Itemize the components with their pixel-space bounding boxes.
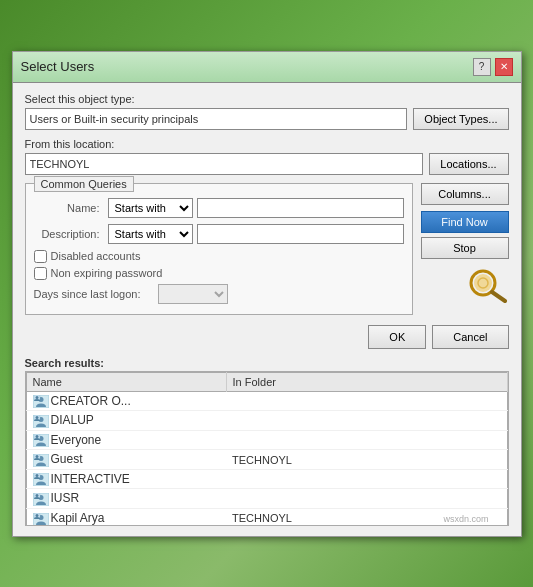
result-name-cell: CREATOR O... [26, 391, 226, 411]
results-table-wrap[interactable]: Name In Folder CREATOR O... DIALUP [25, 371, 509, 526]
results-table: Name In Folder CREATOR O... DIALUP [26, 372, 508, 526]
results-header: Name In Folder [26, 372, 507, 391]
non-expiring-row: Non expiring password [34, 267, 404, 280]
result-folder-cell [226, 430, 507, 450]
result-folder-cell [226, 469, 507, 489]
description-starts-with-select[interactable]: Starts with Is exactly [108, 224, 193, 244]
find-now-button[interactable]: Find Now [421, 211, 509, 233]
column-folder-header: In Folder [226, 372, 507, 391]
user-icon [33, 434, 49, 447]
common-queries-box: Common Queries Name: Starts with Is exac… [25, 183, 413, 315]
non-expiring-checkbox[interactable] [34, 267, 47, 280]
result-name-cell: DIALUP [26, 411, 226, 431]
watermark: wsxdn.com [443, 514, 488, 524]
result-name-cell: INTERACTIVE [26, 469, 226, 489]
title-bar: Select Users ? ✕ [13, 52, 521, 83]
user-icon [33, 493, 49, 506]
table-row[interactable]: INTERACTIVE [26, 469, 507, 489]
table-row[interactable]: GuestTECHNOYL [26, 450, 507, 470]
result-folder-cell: TECHNOYL [226, 450, 507, 470]
name-starts-with-select[interactable]: Starts with Is exactly [108, 198, 193, 218]
table-row[interactable]: IUSR [26, 489, 507, 509]
table-row[interactable]: Kapil AryaTECHNOYL [26, 509, 507, 526]
location-row: Locations... [25, 153, 509, 175]
user-icon [33, 415, 49, 428]
name-query-row: Name: Starts with Is exactly [34, 198, 404, 218]
table-row[interactable]: CREATOR O... [26, 391, 507, 411]
result-name-text: CREATOR O... [51, 394, 131, 408]
result-name-text: Kapil Arya [51, 511, 105, 525]
description-query-row: Description: Starts with Is exactly [34, 224, 404, 244]
days-row: Days since last logon: [34, 284, 404, 304]
main-area: Common Queries Name: Starts with Is exac… [25, 183, 509, 325]
search-results-area: Search results: Name In Folder [25, 357, 509, 526]
columns-button[interactable]: Columns... [421, 183, 509, 205]
days-label: Days since last logon: [34, 288, 154, 300]
select-users-dialog: Select Users ? ✕ Select this object type… [12, 51, 522, 537]
icon-area [421, 263, 509, 307]
search-results-label: Search results: [25, 357, 509, 369]
result-name-text: Guest [51, 452, 83, 466]
result-name-cell: Everyone [26, 430, 226, 450]
column-name-header: Name [26, 372, 226, 391]
stop-button[interactable]: Stop [421, 237, 509, 259]
object-type-input[interactable] [25, 108, 408, 130]
queries-content: Name: Starts with Is exactly Description… [34, 198, 404, 304]
disabled-accounts-label: Disabled accounts [51, 250, 141, 262]
left-area: Common Queries Name: Starts with Is exac… [25, 183, 413, 325]
locations-button[interactable]: Locations... [429, 153, 509, 175]
object-type-label: Select this object type: [25, 93, 509, 105]
result-folder-cell [226, 489, 507, 509]
description-query-label: Description: [34, 228, 104, 240]
svg-point-15 [35, 435, 38, 438]
location-group: From this location: Locations... [25, 138, 509, 175]
result-name-text: INTERACTIVE [51, 472, 130, 486]
object-types-button[interactable]: Object Types... [413, 108, 508, 130]
user-icon [33, 513, 49, 526]
dialog-actions: OK Cancel [25, 325, 509, 349]
search-magnify-icon [467, 267, 509, 303]
result-folder-cell [226, 411, 507, 431]
name-query-label: Name: [34, 202, 104, 214]
object-type-group: Select this object type: Object Types... [25, 93, 509, 130]
close-button[interactable]: ✕ [495, 58, 513, 76]
result-name-text: IUSR [51, 491, 80, 505]
dialog-body: Select this object type: Object Types...… [13, 83, 521, 536]
result-name-text: Everyone [51, 433, 102, 447]
object-type-row: Object Types... [25, 108, 509, 130]
right-panel: Columns... Find Now Stop [421, 183, 509, 325]
svg-line-2 [492, 292, 505, 301]
common-queries-tab[interactable]: Common Queries [34, 176, 134, 192]
svg-point-23 [35, 474, 38, 477]
result-name-cell: Kapil Arya [26, 509, 226, 526]
result-name-cell: IUSR [26, 489, 226, 509]
svg-point-31 [35, 514, 38, 517]
svg-point-11 [35, 416, 38, 419]
svg-point-1 [474, 274, 492, 292]
result-name-cell: Guest [26, 450, 226, 470]
table-row[interactable]: Everyone [26, 430, 507, 450]
results-body: CREATOR O... DIALUP Everyone GuestTECHNO… [26, 391, 507, 526]
svg-point-7 [35, 396, 38, 399]
svg-point-19 [35, 455, 38, 458]
ok-button[interactable]: OK [368, 325, 426, 349]
description-query-input[interactable] [197, 224, 404, 244]
title-bar-buttons: ? ✕ [473, 58, 513, 76]
non-expiring-label: Non expiring password [51, 267, 163, 279]
table-row[interactable]: DIALUP [26, 411, 507, 431]
days-select[interactable] [158, 284, 228, 304]
result-name-text: DIALUP [51, 413, 94, 427]
disabled-accounts-row: Disabled accounts [34, 250, 404, 263]
help-button[interactable]: ? [473, 58, 491, 76]
user-icon [33, 454, 49, 467]
user-icon [33, 473, 49, 486]
results-container: Name In Folder CREATOR O... DIALUP [25, 371, 509, 526]
result-folder-cell [226, 391, 507, 411]
name-query-input[interactable] [197, 198, 404, 218]
svg-point-27 [35, 494, 38, 497]
location-label: From this location: [25, 138, 509, 150]
location-input[interactable] [25, 153, 423, 175]
disabled-accounts-checkbox[interactable] [34, 250, 47, 263]
user-icon [33, 395, 49, 408]
cancel-button[interactable]: Cancel [432, 325, 508, 349]
